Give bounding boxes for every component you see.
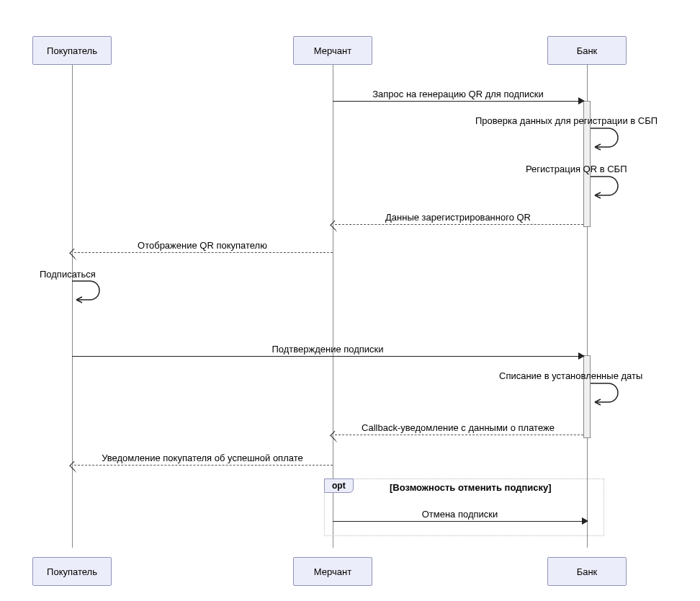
message-label: Подписаться xyxy=(40,269,96,280)
lifeline-merchant xyxy=(333,65,333,548)
message-label: Списание в установленные даты xyxy=(499,370,642,381)
self-loop-icon xyxy=(591,383,619,411)
opt-tag: opt xyxy=(324,478,354,493)
actor-buyer-top: Покупатель xyxy=(32,36,112,65)
actor-label: Покупатель xyxy=(47,45,97,56)
sequence-diagram: Покупатель Мерчант Банк Покупатель Мерча… xyxy=(0,0,700,601)
actor-label: Мерчант xyxy=(314,45,351,56)
self-loop-icon xyxy=(72,281,101,309)
message-label: Callback-уведомление с данными о платеже xyxy=(333,422,583,433)
actor-bank-bottom: Банк xyxy=(547,557,627,586)
message-arrow xyxy=(333,521,587,522)
actor-merchant-bottom: Мерчант xyxy=(293,557,372,586)
actor-buyer-bottom: Покупатель xyxy=(32,557,112,586)
message-arrow xyxy=(72,356,583,357)
message-arrow xyxy=(333,101,583,102)
activation-bank-2 xyxy=(583,355,591,438)
message-label: Отмена подписки xyxy=(333,509,587,520)
message-label: Уведомление покупателя об успешной оплат… xyxy=(72,453,333,463)
message-label: Проверка данных для регистрации в СБП xyxy=(475,115,658,126)
message-arrow xyxy=(335,224,583,225)
message-label: Отображение QR покупателю xyxy=(72,240,333,251)
message-arrow xyxy=(74,465,333,466)
self-loop-icon xyxy=(591,128,619,156)
actor-merchant-top: Мерчант xyxy=(293,36,372,65)
message-label: Регистрация QR в СБП xyxy=(526,164,627,174)
message-arrow xyxy=(74,252,333,253)
actor-bank-top: Банк xyxy=(547,36,627,65)
message-arrow xyxy=(335,435,583,435)
actor-label: Мерчант xyxy=(314,566,351,577)
self-loop-icon xyxy=(591,177,619,205)
opt-fragment: opt [Возможность отменить подписку] xyxy=(324,478,604,536)
actor-label: Банк xyxy=(577,45,598,56)
message-label: Подтверждение подписки xyxy=(72,344,583,355)
actor-label: Банк xyxy=(577,566,598,577)
message-label: Данные зарегистрированного QR xyxy=(333,212,583,223)
message-label: Запрос на генерацию QR для подписки xyxy=(333,89,583,99)
actor-label: Покупатель xyxy=(47,566,97,577)
opt-condition: [Возможность отменить подписку] xyxy=(390,482,552,493)
